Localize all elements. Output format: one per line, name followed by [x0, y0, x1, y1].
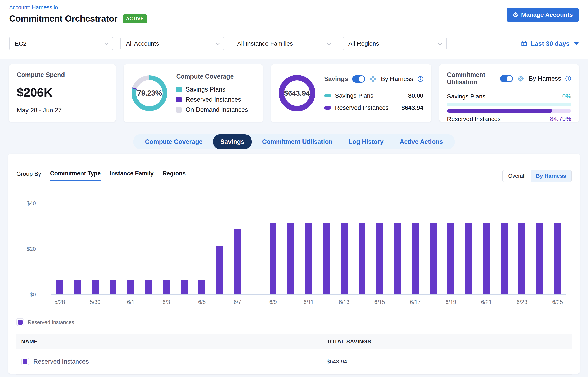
instance-families-select[interactable]: All Instance Families — [232, 37, 335, 50]
compute-coverage-card: 79.23% Compute Coverage Savings Plans Re… — [124, 64, 263, 122]
coverage-donut: 79.23% — [132, 75, 167, 111]
accounts-select-value: All Accounts — [126, 40, 159, 47]
caret-down-icon — [574, 42, 579, 45]
tab-savings[interactable]: Savings — [213, 134, 252, 149]
account-link[interactable]: Account: Harness.io — [9, 4, 58, 11]
bar-slot — [477, 203, 495, 294]
bar — [145, 280, 152, 294]
bar-slot — [460, 203, 477, 294]
savings-donut-value: $643.94 — [284, 89, 310, 97]
x-axis-label — [140, 299, 157, 305]
bar-slot — [264, 203, 282, 294]
tab-active-actions[interactable]: Active Actions — [394, 138, 449, 145]
view-toggle-overall[interactable]: Overall — [503, 170, 531, 182]
gear-icon: ⚙ — [513, 12, 519, 18]
info-icon[interactable] — [565, 75, 571, 82]
bar — [430, 223, 437, 294]
bar — [376, 223, 383, 294]
chart-legend[interactable]: Reserved Instances — [16, 318, 572, 326]
x-axis-label: 6/3 — [157, 299, 175, 305]
bar — [181, 280, 188, 294]
y-axis: $40 $20 $0 — [16, 203, 36, 295]
main-tabs: Compute Coverage Savings Commitment Util… — [133, 134, 455, 149]
x-axis-label — [68, 299, 86, 305]
bar — [501, 223, 508, 294]
bar — [483, 223, 490, 294]
header-left: Account: Harness.io Commitment Orchestra… — [9, 4, 147, 28]
by-harness-toggle[interactable] — [500, 75, 513, 82]
bar — [447, 223, 454, 294]
table-row[interactable]: Reserved Instances $643.94 — [16, 349, 572, 375]
x-axis-label: 6/5 — [193, 299, 211, 305]
bar — [74, 280, 81, 294]
info-icon[interactable] — [417, 76, 423, 82]
x-axis-label: 6/7 — [229, 299, 246, 305]
x-axis-label — [495, 299, 513, 305]
bar — [56, 280, 63, 294]
reserved-instances-pill — [324, 106, 331, 109]
bar-slot — [424, 203, 442, 294]
active-tab-underline — [50, 180, 101, 181]
tab-compute-coverage[interactable]: Compute Coverage — [139, 138, 208, 145]
bar-slot — [335, 203, 353, 294]
bar — [358, 223, 365, 294]
y-axis-label: $40 — [27, 200, 36, 207]
bar-slot — [317, 203, 335, 294]
tab-commitment-utilisation[interactable]: Commitment Utilisation — [256, 138, 338, 145]
x-axis-label — [353, 299, 371, 305]
legend-label: Reserved Instances — [186, 96, 241, 103]
compute-spend-title: Compute Spend — [17, 71, 108, 79]
bar-slot — [513, 203, 531, 294]
x-axis-label: 6/1 — [122, 299, 140, 305]
service-select[interactable]: EC2 — [9, 37, 113, 50]
row-swatch — [21, 358, 29, 365]
bar-slot — [157, 203, 175, 294]
x-axis-label: 6/13 — [335, 299, 353, 305]
reserved-instances-swatch — [176, 97, 182, 102]
reserved-instances-utilisation-bar — [447, 109, 571, 113]
group-tab-label: Instance Family — [110, 170, 154, 177]
column-header-name: NAME — [16, 339, 322, 345]
group-by-row: Group By Commitment Type Instance Family… — [16, 170, 572, 182]
by-harness-toggle[interactable] — [352, 75, 365, 82]
bar — [554, 223, 561, 294]
group-tab-instance-family[interactable]: Instance Family — [110, 170, 154, 181]
date-range-picker[interactable]: Last 30 days — [521, 40, 579, 47]
compute-spend-period: May 28 - Jun 27 — [17, 107, 108, 114]
bar-slot — [122, 203, 140, 294]
accounts-select[interactable]: All Accounts — [120, 37, 224, 50]
savings-plans-pill — [324, 94, 331, 97]
savings-plans-swatch — [176, 87, 182, 92]
commitment-utilisation-title: Commitment Utilisation — [447, 71, 496, 86]
group-tab-commitment-type[interactable]: Commitment Type — [50, 170, 101, 181]
bar — [536, 223, 543, 294]
savings-card: $643.94 Savings By Harness — [271, 64, 431, 122]
legend-item: Reserved Instances — [176, 96, 248, 103]
x-axis-label: 6/19 — [442, 299, 460, 305]
savings-row-label: Savings Plans — [335, 92, 374, 99]
date-range-label: Last 30 days — [531, 40, 570, 47]
bar — [216, 246, 223, 294]
group-tab-regions[interactable]: Regions — [163, 170, 186, 181]
manage-accounts-button[interactable]: ⚙ Manage Accounts — [507, 8, 579, 22]
page-title: Commitment Orchestrator — [9, 13, 118, 24]
bar — [127, 280, 134, 294]
savings-donut: $643.94 — [279, 75, 315, 111]
savings-panel: Group By Commitment Type Instance Family… — [8, 154, 580, 374]
bar — [92, 280, 99, 294]
legend-item: Savings Plans — [176, 86, 248, 93]
savings-row-label: Reserved Instances — [335, 104, 389, 111]
group-tab-label: Regions — [163, 170, 186, 177]
x-axis-label: 6/15 — [371, 299, 389, 305]
view-toggle: Overall By Harness — [502, 170, 572, 182]
view-toggle-by-harness[interactable]: By Harness — [531, 170, 571, 182]
chevron-down-icon — [438, 41, 442, 45]
x-axis-label: 6/17 — [406, 299, 424, 305]
x-axis-label — [211, 299, 229, 305]
tab-log-history[interactable]: Log History — [343, 138, 389, 145]
bar-slot — [193, 203, 211, 294]
regions-select[interactable]: All Regions — [343, 37, 447, 50]
commitment-utilisation-card: Commitment Utilisation By Harness Saving… — [439, 64, 579, 122]
bar-slot — [229, 203, 246, 294]
y-axis-label: $20 — [27, 246, 36, 252]
